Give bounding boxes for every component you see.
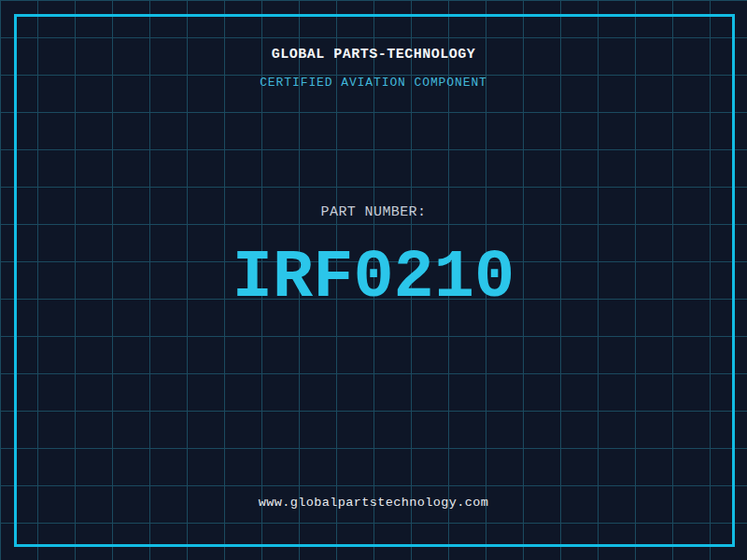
certification-subtitle: CERTIFIED AVIATION COMPONENT [0, 76, 747, 90]
website-url: www.globalpartstechnology.com [0, 496, 747, 510]
company-title: GLOBAL PARTS-TECHNOLOGY [0, 47, 747, 63]
part-number-value: IRF0210 [0, 245, 747, 312]
blueprint-grid-background: GLOBAL PARTS-TECHNOLOGY CERTIFIED AVIATI… [0, 0, 747, 560]
part-number-label: PART NUMBER: [0, 204, 747, 220]
